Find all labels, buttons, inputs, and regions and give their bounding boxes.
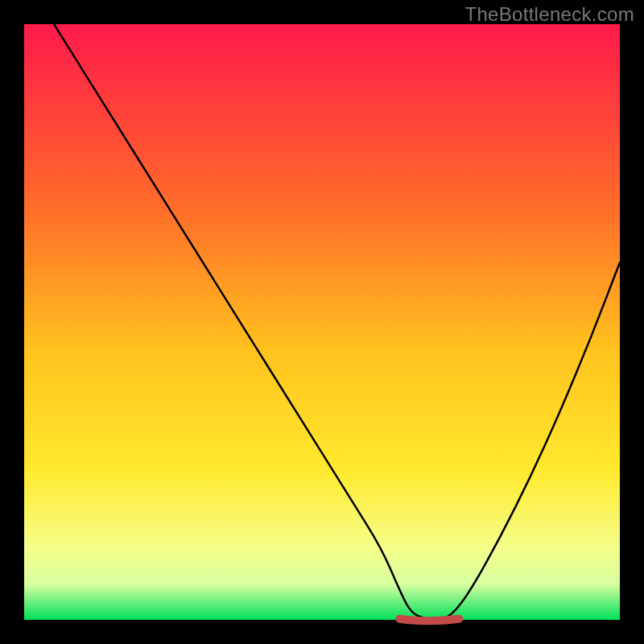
chart-frame: TheBottleneck.com	[0, 0, 644, 644]
chart-gradient-background	[24, 24, 620, 620]
bottleneck-chart	[0, 0, 644, 644]
optimal-range-marker	[399, 619, 459, 621]
watermark-text: TheBottleneck.com	[464, 3, 634, 26]
